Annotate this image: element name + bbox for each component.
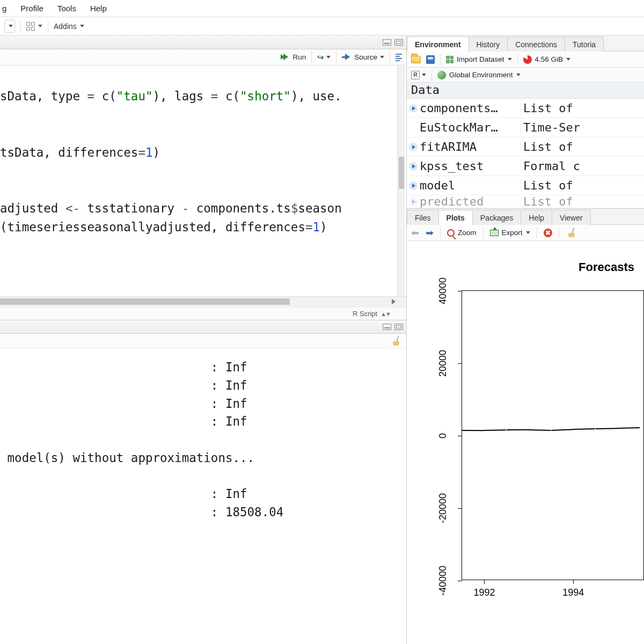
separator [390, 52, 390, 63]
save-workspace-button[interactable] [426, 55, 435, 64]
tab-help[interactable]: Help [521, 210, 552, 225]
y-tick [458, 363, 462, 364]
y-tick-label: 0 [437, 418, 449, 454]
console-line: : Inf [0, 378, 247, 392]
run-arrow-icon [283, 54, 288, 60]
vertical-scrollbar[interactable] [397, 65, 405, 296]
tab-environment[interactable]: Environment [407, 36, 469, 52]
memory-pie-icon [523, 55, 532, 64]
env-var-value: List of [521, 179, 644, 192]
expand-icon[interactable] [409, 181, 418, 190]
expand-icon[interactable] [409, 143, 418, 151]
tab-files[interactable]: Files [407, 210, 439, 225]
env-section-header: Data [407, 83, 644, 99]
rerun-icon: ↪ [317, 53, 324, 62]
menu-item-tools[interactable]: Tools [55, 2, 78, 15]
panes-layout-button[interactable] [26, 22, 42, 31]
env-row[interactable]: predicted List of [407, 195, 644, 208]
caret-down-icon [508, 58, 512, 61]
scroll-right-arrow-icon[interactable] [392, 299, 396, 304]
remove-plot-button[interactable]: ✖ [544, 229, 552, 237]
horizontal-scrollbar[interactable] [0, 296, 406, 307]
series-segment [573, 428, 596, 430]
export-label: Export [502, 229, 523, 237]
run-label: Run [292, 53, 306, 61]
tab-history[interactable]: History [469, 36, 508, 52]
env-scope-select[interactable]: Global Environment [437, 71, 521, 79]
expand-icon[interactable] [409, 104, 418, 113]
clear-plots-button[interactable] [566, 228, 576, 238]
outline-button[interactable] [396, 54, 402, 61]
console-output[interactable]: : Inf : Inf : Inf : Inf model(s) without… [0, 349, 406, 644]
tab-packages[interactable]: Packages [472, 210, 521, 225]
series-segment [484, 429, 506, 431]
env-row[interactable]: fitARIMA List of [407, 137, 644, 157]
code-line: tsData, differences=1) [0, 145, 160, 159]
menu-item-partial[interactable]: g [0, 2, 9, 15]
caret-down-icon [566, 58, 570, 61]
code-line: sData, type = c("tau"), lags = c("short"… [0, 89, 342, 103]
env-var-name: model [420, 179, 521, 192]
minimize-pane-button[interactable] [383, 39, 391, 46]
import-dataset-button[interactable]: Import Dataset [446, 55, 512, 63]
separator [20, 20, 21, 32]
scrollbar-thumb[interactable] [0, 298, 290, 305]
caret-down-icon [80, 25, 84, 27]
y-tick [458, 581, 462, 581]
tab-viewer[interactable]: Viewer [552, 210, 591, 225]
source-status-bar: R Script ▲▼ [0, 307, 406, 320]
y-tick-label: -20000 [437, 490, 449, 526]
expand-icon[interactable] [409, 197, 418, 206]
load-workspace-button[interactable] [411, 56, 421, 63]
series-segment [529, 429, 551, 431]
expand-icon[interactable] [409, 162, 418, 171]
menu-item-profile[interactable]: Profile [18, 2, 46, 15]
env-var-name: components… [420, 101, 521, 115]
zoom-button[interactable]: Zoom [447, 229, 477, 237]
maximize-pane-button[interactable] [394, 39, 403, 46]
console-line: : Inf [0, 487, 247, 501]
menu-item-help[interactable]: Help [88, 2, 109, 15]
addins-button[interactable]: Addins [54, 22, 84, 31]
project-dropdown[interactable] [4, 20, 15, 33]
env-var-name: EuStockMar… [420, 121, 521, 134]
scrollbar-thumb[interactable] [399, 157, 404, 189]
console-toolbar [0, 334, 406, 349]
env-row[interactable]: components… List of [407, 99, 644, 118]
next-plot-button[interactable]: ➡ [426, 227, 434, 239]
rerun-button[interactable]: ↪ [317, 53, 331, 62]
tab-tutorial[interactable]: Tutoria [565, 36, 604, 52]
separator [431, 69, 432, 81]
env-var-value: List of [521, 195, 644, 208]
run-button[interactable]: Run [281, 53, 306, 61]
env-var-name: predicted [420, 195, 521, 208]
source-arrow-icon [345, 54, 350, 60]
env-row[interactable]: kpss_test Formal c [407, 157, 644, 176]
code-line: (timeseriesseasonallyadjusted, differenc… [0, 220, 327, 234]
clear-console-button[interactable] [390, 336, 401, 347]
env-var-value: Time-Ser [521, 121, 644, 134]
right-column: Environment History Connections Tutoria … [407, 35, 644, 644]
minimize-pane-button[interactable] [383, 324, 391, 330]
grid-icon [26, 22, 35, 31]
code-editor[interactable]: sData, type = c("tau"), lags = c("short"… [0, 65, 406, 296]
r-engine-select[interactable]: R [411, 71, 426, 79]
maximize-pane-button[interactable] [394, 324, 403, 330]
series-segment [462, 430, 484, 431]
caret-down-icon [516, 74, 521, 76]
source-button[interactable]: Source [342, 53, 384, 61]
env-row[interactable]: model List of [407, 176, 644, 195]
y-tick [458, 291, 462, 291]
console-line: model(s) without approximations... [0, 451, 254, 465]
tab-connections[interactable]: Connections [507, 36, 565, 52]
export-button[interactable]: Export [490, 229, 530, 237]
prev-plot-button[interactable]: ⬅ [411, 227, 419, 239]
memory-indicator[interactable]: 4.56 GiB [523, 55, 571, 64]
env-row[interactable]: EuStockMar… Time-Ser [407, 118, 644, 137]
env-tabstrip: Environment History Connections Tutoria [407, 35, 644, 52]
updown-icon[interactable]: ▲▼ [380, 311, 390, 317]
y-tick-label: 40000 [437, 273, 449, 309]
tab-plots[interactable]: Plots [438, 210, 473, 225]
separator [311, 52, 312, 63]
series-segment [596, 428, 618, 429]
